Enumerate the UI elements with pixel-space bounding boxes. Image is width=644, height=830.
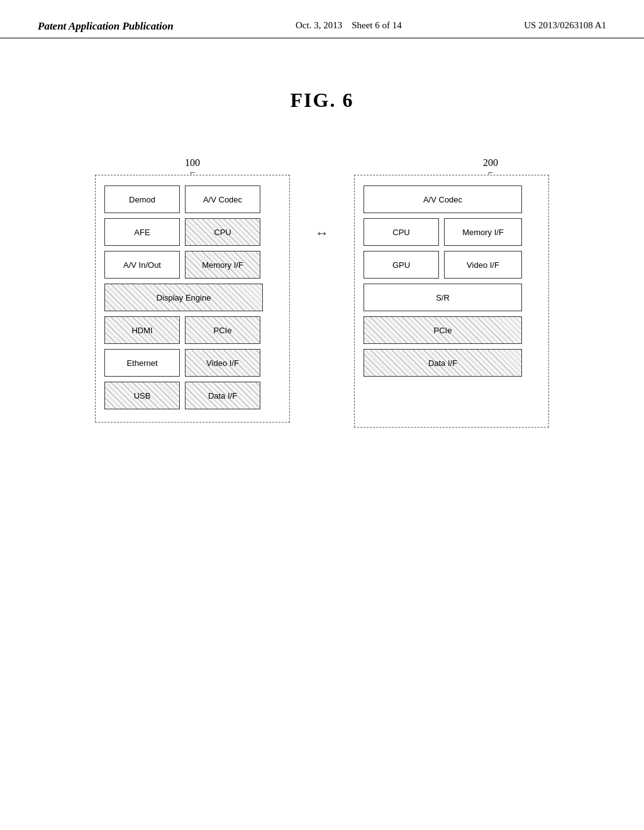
cell-data-if-100: Data I/F xyxy=(185,382,260,409)
figure-title: FIG. 6 xyxy=(0,89,644,112)
diagram-area: 100 ⌐ Demod A/V Codec AFE CPU xyxy=(0,150,644,428)
row-1: Demod A/V Codec xyxy=(104,185,280,213)
publication-title: Patent Application Publication xyxy=(38,20,174,33)
cell-memory-if-200: Memory I/F xyxy=(444,218,522,246)
cell-av-codec-100: A/V Codec xyxy=(185,185,260,213)
row-200-2: CPU Memory I/F xyxy=(364,218,540,246)
row-200-6: Data I/F xyxy=(364,349,540,377)
page-header: Patent Application Publication Oct. 3, 2… xyxy=(0,0,644,38)
sheet-info: Sheet 6 of 14 xyxy=(352,20,402,30)
row-200-1: A/V Codec xyxy=(364,185,540,213)
cell-pcie-100: PCIe xyxy=(185,316,260,344)
cell-memory-if-100: Memory I/F xyxy=(185,251,260,279)
cell-video-if-100: Video I/F xyxy=(185,349,260,377)
cell-av-inout: A/V In/Out xyxy=(104,251,180,279)
cell-video-if-200: Video I/F xyxy=(444,251,522,279)
box-100: Demod A/V Codec AFE CPU A/V In/Out xyxy=(95,175,290,423)
row-4: Display Engine xyxy=(104,284,280,311)
row-6: Ethernet Video I/F xyxy=(104,349,280,377)
pub-date: Oct. 3, 2013 xyxy=(296,20,342,30)
date-sheet: Oct. 3, 2013 Sheet 6 of 14 xyxy=(296,20,402,31)
cell-cpu-200: CPU xyxy=(364,218,439,246)
cell-data-if-200: Data I/F xyxy=(364,349,522,377)
cell-usb: USB xyxy=(104,382,180,409)
row-2: AFE CPU xyxy=(104,218,280,246)
patent-number: US 2013/0263108 A1 xyxy=(524,20,606,31)
box-200: A/V Codec CPU Memory I/F GPU Video I/F xyxy=(354,175,549,428)
cell-hdmi: HDMI xyxy=(104,316,180,344)
cell-sr: S/R xyxy=(364,284,522,311)
cell-ethernet: Ethernet xyxy=(104,349,180,377)
row-200-3: GPU Video I/F xyxy=(364,251,540,279)
cell-display-engine: Display Engine xyxy=(104,284,263,311)
cell-cpu-100: CPU xyxy=(185,218,260,246)
cell-pcie-200: PCIe xyxy=(364,316,522,344)
row-200-4: S/R xyxy=(364,284,540,311)
row-7: USB Data I/F xyxy=(104,382,280,409)
cell-av-codec-200: A/V Codec xyxy=(364,185,522,213)
arrow-connector: ↔ xyxy=(315,150,329,241)
cell-gpu: GPU xyxy=(364,251,439,279)
row-5: HDMI PCIe xyxy=(104,316,280,344)
row-3: A/V In/Out Memory I/F xyxy=(104,251,280,279)
cell-afe: AFE xyxy=(104,218,180,246)
cell-demod: Demod xyxy=(104,185,180,213)
row-200-5: PCIe xyxy=(364,316,540,344)
